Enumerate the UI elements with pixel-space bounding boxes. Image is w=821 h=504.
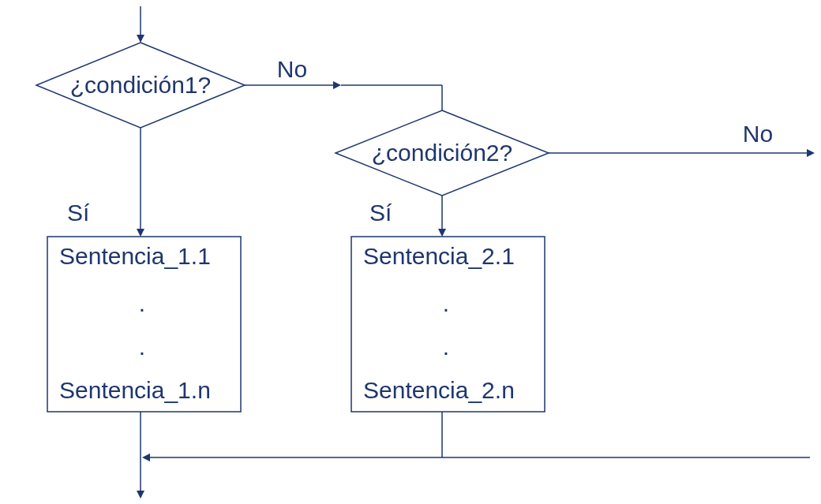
yes2-label: Sí	[369, 200, 392, 226]
no2-label: No	[743, 121, 773, 147]
block1-dot1: .	[139, 290, 145, 316]
decision1-label: ¿condición1?	[70, 72, 211, 98]
no1-label: No	[277, 56, 307, 82]
block1-line1: Sentencia_1.1	[59, 243, 211, 269]
block2-line1: Sentencia_2.1	[363, 243, 515, 269]
flowchart-diagram: ¿condición1? No Sí ¿condición2? No Sí Se…	[0, 0, 821, 504]
yes1-label: Sí	[67, 200, 90, 226]
block2-dot2: .	[443, 334, 449, 360]
decision2-label: ¿condición2?	[372, 140, 512, 166]
block2-line2: Sentencia_2.n	[363, 377, 515, 403]
block1-dot2: .	[139, 334, 145, 360]
block1-line2: Sentencia_1.n	[59, 377, 211, 403]
block2-dot1: .	[443, 290, 449, 316]
